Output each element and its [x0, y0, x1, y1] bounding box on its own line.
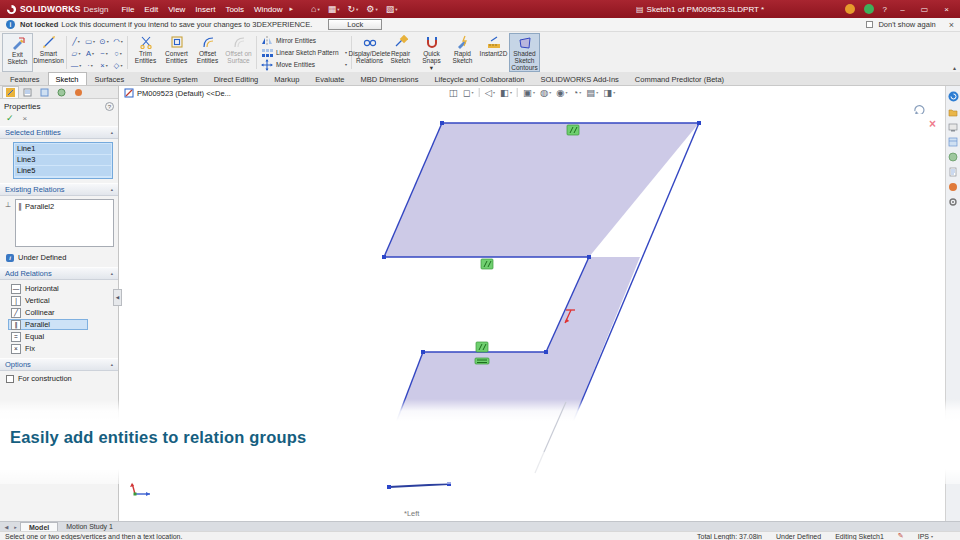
point-tool-icon[interactable]: ·: [83, 59, 97, 71]
tab-mbd-dimensions[interactable]: MBD Dimensions: [353, 72, 427, 85]
spline-tool-icon[interactable]: ~: [97, 47, 111, 59]
view-orientation-icon[interactable]: ▣: [523, 87, 535, 98]
move-entities-button[interactable]: Move Entities: [261, 59, 347, 70]
relation-vertical-button[interactable]: | Vertical: [8, 295, 88, 306]
tab-motion-study[interactable]: Motion Study 1: [58, 522, 121, 531]
tab-evaluate[interactable]: Evaluate: [307, 72, 352, 85]
ok-button[interactable]: ✓: [6, 113, 14, 123]
convert-entities-button[interactable]: Convert Entities: [161, 33, 192, 72]
text-tool-icon[interactable]: A: [83, 47, 97, 59]
menu-file[interactable]: File: [116, 3, 139, 16]
quick-snaps-button[interactable]: Quick Snaps: [416, 33, 447, 72]
list-item[interactable]: ∥ Parallel2: [18, 201, 111, 211]
previous-view-icon[interactable]: ◁: [485, 87, 495, 98]
apps-icon[interactable]: ▦: [328, 4, 340, 14]
list-item[interactable]: Line3: [15, 155, 111, 165]
rapid-sketch-button[interactable]: Rapid Sketch: [447, 33, 478, 72]
configurationmanager-tab[interactable]: [36, 86, 53, 98]
maximize-button[interactable]: ▭: [918, 5, 931, 14]
cancel-button[interactable]: ×: [23, 114, 28, 123]
notification-close-icon[interactable]: ×: [949, 20, 954, 30]
menu-view[interactable]: View: [163, 3, 190, 16]
editing-state[interactable]: Editing Sketch1: [835, 533, 884, 540]
tab-features[interactable]: Features: [2, 72, 48, 85]
units-selector[interactable]: IPS: [918, 533, 933, 540]
tab-direct-editing[interactable]: Direct Editing: [206, 72, 267, 85]
section-view-icon[interactable]: ◧: [500, 87, 512, 98]
erase-tool-icon[interactable]: ×: [97, 59, 111, 71]
polygon-tool-icon[interactable]: ▱: [69, 47, 83, 59]
line-tool-icon[interactable]: ╱: [69, 35, 83, 47]
arc-tool-icon[interactable]: ◠: [111, 35, 125, 47]
menu-pin-icon[interactable]: ▸: [290, 5, 294, 13]
tab-surfaces[interactable]: Surfaces: [87, 72, 133, 85]
refresh-icon[interactable]: ↻: [348, 4, 359, 14]
chevron-up-icon[interactable]: [111, 271, 113, 276]
tab-structure-system[interactable]: Structure System: [132, 72, 206, 85]
panel-collapse-handle[interactable]: ◀: [113, 289, 122, 306]
menu-edit[interactable]: Edit: [139, 3, 163, 16]
tab-sketch[interactable]: Sketch: [48, 72, 87, 85]
chevron-up-icon[interactable]: [111, 362, 113, 367]
section-selected-entities[interactable]: Selected Entities: [0, 126, 118, 139]
chevron-up-icon[interactable]: [111, 130, 113, 135]
3dexperience-icon[interactable]: [948, 91, 959, 102]
tab-lifecycle-collaboration[interactable]: Lifecycle and Collaboration: [426, 72, 532, 85]
hide-items-icon[interactable]: ◉: [556, 87, 567, 98]
file-explorer-icon[interactable]: [948, 122, 958, 132]
caret-down-icon[interactable]: [345, 62, 347, 67]
confirmation-cancel-icon[interactable]: ×: [929, 117, 936, 131]
relation-parallel-button[interactable]: ∥ Parallel: [8, 319, 88, 330]
share-icon[interactable]: ▧: [386, 4, 398, 14]
shaded-sketch-contours-button[interactable]: Shaded Sketch Contours: [509, 33, 540, 72]
apply-scene-icon[interactable]: ▤: [586, 87, 598, 98]
fillet-tool-icon[interactable]: ◇: [111, 59, 125, 71]
display-delete-relations-button[interactable]: Display/Delete Relations: [354, 33, 385, 72]
section-add-relations[interactable]: Add Relations: [0, 267, 118, 280]
close-button[interactable]: ×: [940, 5, 953, 14]
propertymanager-tab[interactable]: [2, 86, 19, 98]
user-avatar[interactable]: [864, 4, 874, 14]
scroll-tabs-right-icon[interactable]: ▸: [11, 522, 20, 531]
tab-solidworks-addins[interactable]: SOLIDWORKS Add-Ins: [533, 72, 627, 85]
relation-equal-button[interactable]: = Equal: [8, 331, 88, 342]
repair-sketch-button[interactable]: Repair Sketch: [385, 33, 416, 72]
linear-sketch-pattern-button[interactable]: Linear Sketch Pattern: [261, 47, 347, 58]
dimxpertmanager-tab[interactable]: [53, 86, 70, 98]
design-library-icon[interactable]: [948, 107, 958, 117]
smart-dimension-button[interactable]: Smart Dimension: [33, 33, 64, 72]
collapse-ribbon-icon[interactable]: ▴: [953, 64, 956, 71]
help-icon[interactable]: ?: [883, 5, 887, 14]
help-icon[interactable]: ?: [105, 102, 114, 111]
notifications-icon[interactable]: [845, 4, 855, 14]
relation-fix-button[interactable]: × Fix: [8, 343, 88, 354]
featuremanager-tab[interactable]: [19, 86, 36, 98]
section-existing-relations[interactable]: Existing Relations: [0, 183, 118, 196]
scroll-tabs-left-icon[interactable]: ◀: [2, 522, 11, 531]
menu-tools[interactable]: Tools: [220, 3, 249, 16]
view-palette-icon[interactable]: [948, 137, 958, 147]
offset-entities-button[interactable]: Offset Entities: [192, 33, 223, 72]
centerline-tool-icon[interactable]: —: [69, 59, 83, 71]
rectangle-tool-icon[interactable]: ▭: [83, 35, 97, 47]
mirror-entities-button[interactable]: Mirror Entities: [261, 35, 347, 46]
instant2d-button[interactable]: Instant2D: [478, 33, 509, 72]
relation-collinear-button[interactable]: ╱ Collinear: [8, 307, 88, 318]
tab-command-predictor[interactable]: Command Predictor (Beta): [627, 72, 732, 85]
ellipse-tool-icon[interactable]: ○: [111, 47, 125, 59]
selected-entities-listbox[interactable]: Line1 Line3 Line5: [13, 142, 113, 179]
settings-gear-icon[interactable]: [948, 197, 958, 207]
existing-relations-listbox[interactable]: ∥ Parallel2: [15, 199, 114, 247]
list-item[interactable]: Line1: [15, 144, 111, 154]
home-icon[interactable]: ⌂: [311, 4, 320, 14]
edit-appearance-icon[interactable]: ◔: [573, 87, 582, 98]
menu-insert[interactable]: Insert: [190, 3, 220, 16]
confirmation-exit-sketch-icon[interactable]: [912, 101, 925, 114]
relation-horizontal-button[interactable]: — Horizontal: [8, 283, 88, 294]
for-construction-checkbox[interactable]: [6, 375, 14, 383]
view-settings-icon[interactable]: ◨: [603, 87, 615, 98]
caret-down-icon[interactable]: [430, 64, 433, 71]
zoom-area-icon[interactable]: ◻: [463, 87, 474, 98]
appearances-icon[interactable]: [948, 152, 958, 162]
displaymanager-tab[interactable]: [70, 86, 87, 98]
